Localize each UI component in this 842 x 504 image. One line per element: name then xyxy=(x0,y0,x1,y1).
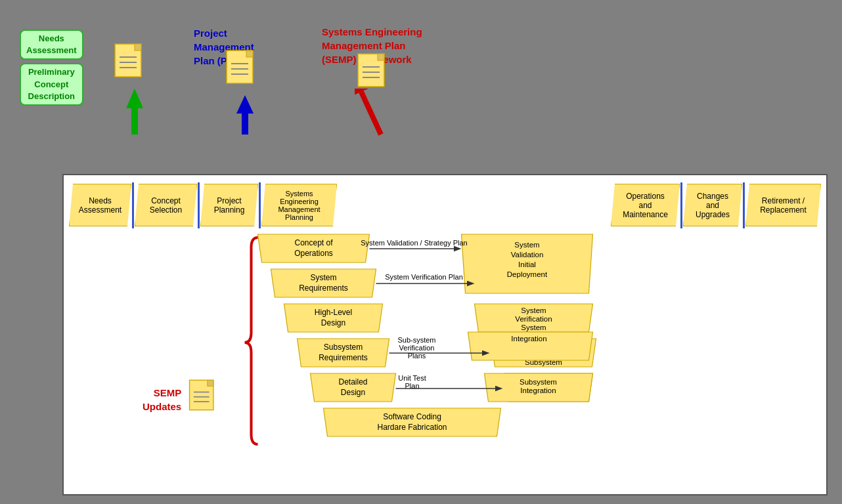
needs-assessment-badge: Needs Assessment xyxy=(20,30,83,60)
needs-assessment-label: Needs Assessment Preliminary Concept Des… xyxy=(20,30,83,106)
semp-updates-doc xyxy=(187,379,219,421)
v-step-sys-verif: System Verification System xyxy=(475,304,593,332)
svg-text:System: System xyxy=(514,241,539,249)
svg-text:Verification: Verification xyxy=(515,315,552,323)
svg-text:Requirements: Requirements xyxy=(299,284,348,293)
semp-updates-label: SEMPUpdates xyxy=(143,386,181,413)
svg-text:System: System xyxy=(310,273,336,282)
main-container: Needs Assessment Preliminary Concept Des… xyxy=(0,0,842,504)
phase-changes: ChangesandUpgrades xyxy=(683,184,742,226)
svg-text:Plans: Plans xyxy=(408,352,426,360)
phase-project-planning: ProjectPlanning xyxy=(200,184,258,226)
svg-marker-13 xyxy=(236,95,254,135)
green-arrow-up xyxy=(125,89,144,137)
svg-text:Detailed: Detailed xyxy=(338,377,367,387)
svg-text:Subsystem: Subsystem xyxy=(324,343,363,352)
v-step-high-level: High-Level Design xyxy=(284,304,383,332)
arrow-validation-plan: System Validation / Strategy Plan xyxy=(361,239,467,249)
svg-rect-78 xyxy=(208,380,213,386)
svg-text:Deployment: Deployment xyxy=(507,270,548,278)
v-step-software-coding: Software Coding Hardare Fabrication xyxy=(324,408,501,436)
svg-text:System Verification Plan: System Verification Plan xyxy=(385,273,463,281)
svg-text:High-Level: High-Level xyxy=(315,308,352,317)
v-step-subsys-integ: Subsystem Integration xyxy=(485,373,593,402)
svg-text:Design: Design xyxy=(321,318,345,327)
v-step-sys-integ: Integration xyxy=(468,332,593,360)
svg-text:Initial: Initial xyxy=(518,261,536,268)
semp-brace xyxy=(245,238,258,444)
diagram-area: NeedsAssessment ConceptSelection Project… xyxy=(62,174,828,495)
doc-icon-2 xyxy=(223,49,259,94)
svg-text:Operations: Operations xyxy=(294,249,333,258)
phase-concept-selection: ConceptSelection xyxy=(135,184,197,226)
svg-text:Integration: Integration xyxy=(520,387,556,394)
v-step-subsys-req: Subsystem Requirements xyxy=(298,339,389,367)
svg-text:Software Coding: Software Coding xyxy=(383,412,441,421)
svg-text:Unit Test: Unit Test xyxy=(398,374,426,382)
svg-text:Validation: Validation xyxy=(511,251,544,259)
svg-marker-6 xyxy=(126,89,143,135)
svg-text:System: System xyxy=(521,306,546,314)
preliminary-concept-badge: Preliminary Concept Description xyxy=(20,63,83,106)
svg-text:Plan: Plan xyxy=(405,382,419,390)
v-model-svg: Concept of Operations System Requirement… xyxy=(64,231,826,490)
svg-text:Concept of: Concept of xyxy=(294,238,333,247)
phase-row: NeedsAssessment ConceptSelection Project… xyxy=(69,180,821,230)
blue-arrow-up xyxy=(235,95,255,137)
phase-semp: SystemsEngineeringManagementPlanning xyxy=(261,184,337,226)
arrow-verification-plan: System Verification Plan xyxy=(376,273,473,284)
v-step-concept-ops: Concept of Operations xyxy=(258,234,370,262)
svg-text:Subsystem: Subsystem xyxy=(520,378,557,386)
floating-labels: Needs Assessment Preliminary Concept Des… xyxy=(0,13,842,177)
svg-rect-16 xyxy=(378,54,384,60)
svg-rect-9 xyxy=(246,51,253,57)
semp-updates-container: SEMPUpdates xyxy=(143,379,219,421)
svg-text:Integration: Integration xyxy=(511,335,546,343)
svg-text:System Validation / Strategy P: System Validation / Strategy Plan xyxy=(361,239,467,247)
svg-text:Requirements: Requirements xyxy=(319,353,368,362)
svg-rect-2 xyxy=(135,44,141,51)
phase-operations: OperationsandMaintenance xyxy=(611,184,680,226)
svg-text:Verification: Verification xyxy=(399,344,435,352)
svg-text:Hardare Fabrication: Hardare Fabrication xyxy=(377,423,447,432)
v-step-sys-validation: System Validation Initial Deployment xyxy=(462,234,593,293)
svg-text:Design: Design xyxy=(341,388,365,397)
svg-text:System: System xyxy=(521,324,546,331)
svg-text:Sub-system: Sub-system xyxy=(397,336,435,344)
svg-line-21 xyxy=(361,92,381,135)
red-arrow-up xyxy=(355,89,388,140)
v-step-detailed-design: Detailed Design xyxy=(311,373,396,402)
phase-retirement: Retirement /Replacement xyxy=(745,184,821,226)
v-step-sys-req: System Requirements xyxy=(271,269,376,297)
doc-icon-1 xyxy=(112,43,148,88)
phase-needs-assessment: NeedsAssessment xyxy=(69,184,131,226)
